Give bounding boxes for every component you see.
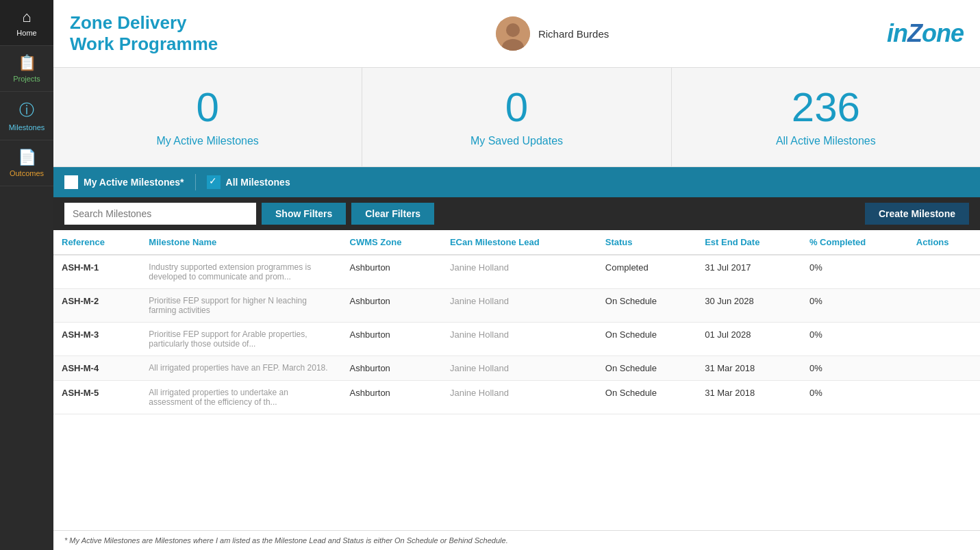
cell-reference: ASH-M-3	[53, 323, 140, 356]
cell-reference: ASH-M-5	[53, 381, 140, 414]
cell-lead: Janine Holland	[442, 356, 597, 381]
cell-completed: 0%	[801, 381, 908, 414]
cell-actions	[908, 323, 980, 356]
cell-lead: Janine Holland	[442, 255, 597, 289]
cell-status: Completed	[597, 255, 696, 289]
table-row: ASH-M-5 All irrigated properties to unde…	[53, 381, 980, 414]
sidebar-item-outcomes-label: Outcomes	[10, 169, 44, 177]
cell-status: On Schedule	[597, 289, 696, 323]
cell-lead: Janine Holland	[442, 381, 597, 414]
cell-name: Industry supported extension programmes …	[140, 255, 341, 289]
user-info: Richard Burdes	[496, 16, 609, 51]
milestones-icon: ⓘ	[19, 100, 34, 121]
sidebar-item-outcomes[interactable]: 📄 Outcomes	[0, 140, 53, 186]
my-active-checkbox-group: My Active Milestones*	[64, 175, 184, 189]
cell-status: On Schedule	[597, 323, 696, 356]
header: Zone Delivery Work Programme Richard Bur…	[53, 0, 980, 68]
all-milestones-checkbox-group: All Milestones	[207, 175, 290, 189]
table-row: ASH-M-1 Industry supported extension pro…	[53, 255, 980, 289]
cell-zone: Ashburton	[342, 255, 442, 289]
cell-name: All irrigated properties to undertake an…	[140, 381, 341, 414]
my-saved-number: 0	[505, 87, 528, 128]
cell-end-date: 01 Jul 2028	[696, 323, 801, 356]
my-active-label: My Active Milestones	[156, 135, 258, 147]
sidebar-item-home-label: Home	[16, 29, 36, 37]
create-milestone-button[interactable]: Create Milestone	[865, 203, 969, 225]
cell-zone: Ashburton	[342, 289, 442, 323]
cell-reference: ASH-M-4	[53, 356, 140, 381]
col-est-end-date: Est End Date	[696, 230, 801, 255]
all-active-label: All Active Milestones	[776, 135, 876, 147]
svg-point-1	[506, 23, 520, 37]
cell-actions	[908, 289, 980, 323]
cell-status: On Schedule	[597, 356, 696, 381]
my-active-checkbox[interactable]	[64, 175, 78, 189]
page-title: Zone Delivery Work Programme	[70, 12, 218, 55]
col-ecan-lead: ECan Milestone Lead	[442, 230, 597, 255]
cell-completed: 0%	[801, 289, 908, 323]
milestones-toolbar: My Active Milestones* All Milestones	[53, 167, 980, 197]
stat-all-active: 236 All Active Milestones	[672, 68, 980, 166]
cell-actions	[908, 255, 980, 289]
cell-reference: ASH-M-2	[53, 289, 140, 323]
all-active-number: 236	[792, 87, 860, 128]
cell-actions	[908, 356, 980, 381]
cell-end-date: 31 Jul 2017	[696, 255, 801, 289]
sidebar: ⌂ Home 📋 Projects ⓘ Milestones 📄 Outcome…	[0, 0, 53, 550]
my-saved-label: My Saved Updates	[470, 135, 563, 147]
username: Richard Burdes	[538, 28, 609, 40]
stat-my-saved: 0 My Saved Updates	[362, 68, 671, 166]
cell-zone: Ashburton	[342, 356, 442, 381]
sidebar-item-projects[interactable]: 📋 Projects	[0, 46, 53, 92]
sidebar-item-projects-label: Projects	[13, 75, 40, 83]
cell-lead: Janine Holland	[442, 289, 597, 323]
cell-name: Prioritise FEP support for Arable proper…	[140, 323, 341, 356]
my-active-number: 0	[196, 87, 218, 128]
cell-lead: Janine Holland	[442, 323, 597, 356]
col-reference: Reference	[53, 230, 140, 255]
all-milestones-checkbox[interactable]	[207, 175, 221, 189]
all-milestones-checkbox-label: All Milestones	[226, 177, 290, 188]
toolbar-separator	[195, 174, 196, 190]
sidebar-item-home[interactable]: ⌂ Home	[0, 0, 53, 46]
cell-completed: 0%	[801, 323, 908, 356]
show-filters-button[interactable]: Show Filters	[262, 203, 346, 225]
clear-filters-button[interactable]: Clear Filters	[351, 203, 434, 225]
outcomes-icon: 📄	[18, 149, 36, 166]
cell-status: On Schedule	[597, 381, 696, 414]
table-row: ASH-M-2 Prioritise FEP support for highe…	[53, 289, 980, 323]
sidebar-item-milestones[interactable]: ⓘ Milestones	[0, 92, 53, 140]
col-status: Status	[597, 230, 696, 255]
stat-my-active: 0 My Active Milestones	[53, 68, 362, 166]
search-input[interactable]	[64, 203, 256, 225]
cell-end-date: 31 Mar 2018	[696, 381, 801, 414]
logo: inZone	[887, 19, 964, 48]
cell-end-date: 30 Jun 2028	[696, 289, 801, 323]
table-row: ASH-M-3 Prioritise FEP support for Arabl…	[53, 323, 980, 356]
col-cwms-zone: CWMS Zone	[342, 230, 442, 255]
my-active-checkbox-label: My Active Milestones*	[84, 177, 184, 188]
table-header-row: Reference Milestone Name CWMS Zone ECan …	[53, 230, 980, 255]
main-content: Zone Delivery Work Programme Richard Bur…	[53, 0, 980, 550]
table-section: My Active Milestones* All Milestones Sho…	[53, 167, 980, 550]
avatar	[496, 16, 530, 51]
footer-note: * My Active Milestones are Milestones wh…	[53, 530, 980, 550]
cell-reference: ASH-M-1	[53, 255, 140, 289]
col-actions: Actions	[908, 230, 980, 255]
milestones-table-container: Reference Milestone Name CWMS Zone ECan …	[53, 230, 980, 530]
col-pct-completed: % Completed	[801, 230, 908, 255]
table-row: ASH-M-4 All irrigated properties have an…	[53, 356, 980, 381]
cell-actions	[908, 381, 980, 414]
milestones-table: Reference Milestone Name CWMS Zone ECan …	[53, 230, 980, 414]
cell-completed: 0%	[801, 255, 908, 289]
stats-row: 0 My Active Milestones 0 My Saved Update…	[53, 68, 980, 167]
cell-zone: Ashburton	[342, 381, 442, 414]
col-milestone-name: Milestone Name	[140, 230, 341, 255]
projects-icon: 📋	[18, 54, 36, 72]
cell-completed: 0%	[801, 356, 908, 381]
cell-name: All irrigated properties have an FEP. Ma…	[140, 356, 341, 381]
home-icon: ⌂	[22, 8, 31, 26]
cell-zone: Ashburton	[342, 323, 442, 356]
filter-bar: Show Filters Clear Filters Create Milest…	[53, 197, 980, 230]
sidebar-item-milestones-label: Milestones	[9, 123, 45, 132]
